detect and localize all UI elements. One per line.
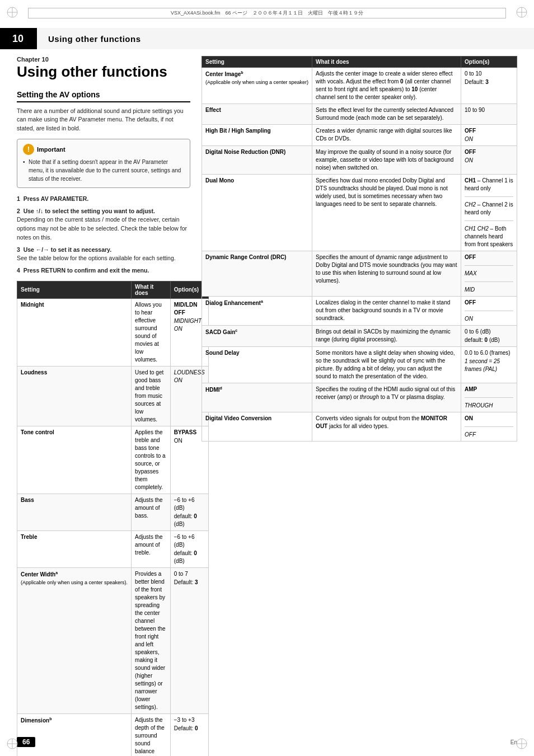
setting-dimension: Dimensionb [17,713,132,756]
setting-effect: Effect [202,104,312,125]
table-row: Center Widtha (Applicable only when usin… [17,567,209,713]
table-row: Sound Delay Some monitors have a slight … [202,347,517,383]
desc-dnr: May improve the quality of sound in a no… [312,146,461,175]
table-row: Bass Adjusts the amount of bass. −6 to +… [17,494,209,530]
setting-sound-delay: Sound Delay [202,347,312,383]
desc-bass: Adjusts the amount of bass. [132,494,171,530]
warning-icon: ! [23,144,34,155]
setting-tone: Tone control [17,426,132,494]
desc-dialog: Localizes dialog in the center channel t… [312,297,461,326]
file-info-bar: VSX_AX4ASi.book.fm 66 ページ ２００６年４月１１日 火曜日… [28,8,506,18]
setting-dnr: Digital Noise Reduction (DNR) [202,146,312,175]
table-row: Digital Noise Reduction (DNR) May improv… [202,146,517,175]
table-row: Midnight Allows you to hear effective su… [17,298,209,366]
setting-sacd: SACD Gainc [202,326,312,347]
chapter-label: Chapter 10 [17,56,190,63]
table-row: Effect Sets the effect level for the cur… [202,104,517,125]
left-settings-table: Setting What it does Option(s) Midnight … [17,281,209,756]
steps: 1 Press AV PARAMETER. 2 Use ↑/↓ to selec… [17,195,190,275]
important-label: Important [37,146,65,153]
setting-center-image: Center Imageb (Applicable only when usin… [202,68,312,104]
table-row: Dialog Enhancementa Localizes dialog in … [202,297,517,326]
important-bullets: Note that if a setting doesn't appear in… [23,158,184,183]
desc-high-bit: Creates a wider dynamic range with digit… [312,125,461,146]
option-hdmi: AMP THROUGH [461,383,517,412]
option-digital-video: ON OFF [461,412,517,442]
table-row: Treble Adjusts the amount of treble. −6 … [17,530,209,567]
step-3: 3 Use ←/→ to set it as necessary. See th… [17,246,190,264]
right-table-header-desc: What it does [312,57,461,68]
step-2: 2 Use ↑/↓ to select the setting you want… [17,207,190,242]
chapter-main-title: Using other functions [17,64,190,80]
page-footer: 66 En [17,737,517,747]
setting-midnight: Midnight [17,298,132,366]
reg-mark-bl [4,736,20,752]
important-bullet-1: Note that if a setting doesn't appear in… [23,158,184,183]
option-center-image: 0 to 10 Default: 3 [461,68,517,104]
right-table-header-options: Option(s) [461,57,517,68]
reg-mark-tr [514,4,530,20]
desc-hdmi: Specifies the routing of the HDMI audio … [312,383,461,412]
option-sacd: 0 to 6 (dB) default: 0 (dB) [461,326,517,347]
setting-digital-video: Digital Video Conversion [202,412,312,442]
reg-mark-br [514,736,530,752]
left-table-header-setting: Setting [17,281,132,298]
desc-effect: Sets the effect level for the currently … [312,104,461,125]
desc-digital-video: Converts video signals for output from t… [312,412,461,442]
setting-drc: Dynamic Range Control (DRC) [202,251,312,297]
desc-tone: Applies the treble and bass tone control… [132,426,171,494]
option-dnr: OFF ON [461,146,517,175]
important-header: ! Important [23,144,184,155]
table-row: HDMId Specifies the routing of the HDMI … [202,383,517,412]
right-settings-table: Setting What it does Option(s) Center Im… [202,56,517,442]
left-table-header-desc: What it does [132,281,171,298]
table-row: High Bit / High Sampling Creates a wider… [202,125,517,146]
intro-text: There are a number of additional sound a… [17,107,190,133]
important-box: ! Important Note that if a setting doesn… [17,139,190,188]
reg-mark-tl [4,4,20,20]
desc-center-width: Provides a better blend of the front spe… [132,567,171,713]
option-dialog: OFF ON [461,297,517,326]
setting-bass: Bass [17,494,132,530]
right-table-header-setting: Setting [202,57,312,68]
table-row: Tone control Applies the treble and bass… [17,426,209,494]
setting-treble: Treble [17,530,132,567]
option-sound-delay: 0.0 to 6.0 (frames) 1 second = 25 frames… [461,347,517,383]
step-1: 1 Press AV PARAMETER. [17,195,190,204]
desc-dual-mono: Specifies how dual mono encoded Dolby Di… [312,175,461,251]
table-row: Digital Video Conversion Converts video … [202,412,517,442]
setting-dual-mono: Dual Mono [202,175,312,251]
setting-center-width: Center Widtha (Applicable only when usin… [17,567,132,713]
desc-sound-delay: Some monitors have a slight delay when s… [312,347,461,383]
desc-dimension: Adjusts the depth of the surround sound … [132,713,171,756]
option-high-bit: OFF ON [461,125,517,146]
table-row: Loudness Used to get good bass and trebl… [17,366,209,426]
desc-sacd: Brings out detail in SACDs by maximizing… [312,326,461,347]
step-4: 4 Press RETURN to confirm and exit the m… [17,266,190,275]
table-row: Dimensionb Adjusts the depth of the surr… [17,713,209,756]
table-row: Dual Mono Specifies how dual mono encode… [202,175,517,251]
chapter-heading: Chapter 10 Using other functions [17,56,190,80]
file-info-text: VSX_AX4ASi.book.fm 66 ページ ２００６年４月１１日 火曜日… [171,10,363,16]
desc-treble: Adjusts the amount of treble. [132,530,171,567]
left-column: Chapter 10 Using other functions Setting… [17,56,190,728]
main-content: Chapter 10 Using other functions Setting… [17,56,517,728]
table-row: Center Imageb (Applicable only when usin… [202,68,517,104]
chapter-band: 10 Using other functions [0,28,534,49]
desc-drc: Specifies the amount of dynamic range ad… [312,251,461,297]
desc-loudness: Used to get good bass and treble from mu… [132,366,171,426]
option-dual-mono: CH1 – Channel 1 is heard only CH2 – Chan… [461,175,517,251]
desc-midnight: Allows you to hear effective surround so… [132,298,171,366]
chapter-band-title: Using other functions [37,28,534,49]
table-row: SACD Gainc Brings out detail in SACDs by… [202,326,517,347]
table-row: Dynamic Range Control (DRC) Specifies th… [202,251,517,297]
setting-high-bit: High Bit / High Sampling [202,125,312,146]
setting-dialog: Dialog Enhancementa [202,297,312,326]
setting-loudness: Loudness [17,366,132,426]
section-heading: Setting the AV options [17,90,190,102]
right-column: Setting What it does Option(s) Center Im… [202,56,517,728]
chapter-number: 10 [9,32,27,46]
option-drc: OFF MAX MID [461,251,517,297]
setting-hdmi: HDMId [202,383,312,412]
option-effect: 10 to 90 [461,104,517,125]
